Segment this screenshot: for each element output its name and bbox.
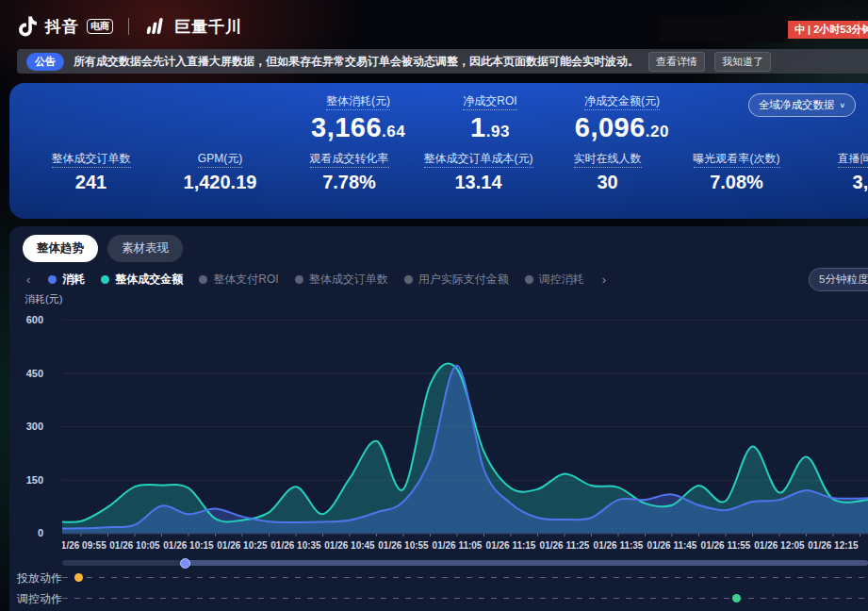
metric-order-count: 整体成交订单数 241 [26, 151, 156, 193]
granularity-dropdown[interactable]: 5分钟粒度 [809, 268, 868, 291]
metric-value: 3,166 [311, 112, 382, 142]
svg-text:01/26 10:55: 01/26 10:55 [378, 540, 429, 551]
metric-net-gmv: 净成交金额(元) 6,096.20 [575, 93, 669, 143]
svg-text:01/26 12:05: 01/26 12:05 [754, 540, 805, 551]
y-tick: 150 [13, 474, 43, 486]
delivery-action-marker[interactable] [74, 573, 83, 582]
metric-value: 1 [470, 112, 486, 142]
tab-overall-trend[interactable]: 整体趋势 [23, 235, 98, 262]
regulate-actions-label: 调控动作 [17, 591, 62, 607]
y-tick: 450 [13, 368, 43, 379]
scrollbar-window [185, 560, 868, 566]
svg-text:01/26 12:15: 01/26 12:15 [808, 540, 859, 551]
notice-tag: 公告 [26, 53, 64, 71]
ecommerce-badge: 电商 [87, 19, 113, 34]
y-axis-title: 消耗(元) [25, 292, 62, 306]
metric-view-conversion: 观看成交转化率 7.78% [285, 151, 414, 193]
metric-label: 净成交金额(元) [584, 94, 660, 110]
legend-prev-icon[interactable]: ‹ [25, 272, 32, 287]
metric-value: 6,096 [575, 112, 646, 142]
svg-text:01/26 11:45: 01/26 11:45 [647, 540, 697, 551]
svg-text:01/26 10:25: 01/26 10:25 [217, 540, 268, 551]
delivery-actions-label: 投放动作 [17, 570, 62, 586]
chevron-down-icon: ∨ [839, 102, 845, 109]
notice-text: 所有成交数据会先计入直播大屏数据，但如果存在异常交易订单会被动态调整，因此本页面… [74, 54, 639, 70]
view-details-button[interactable]: 查看详情 [648, 52, 705, 72]
slider-handle[interactable] [180, 558, 190, 569]
legend-item-gmv[interactable]: 整体成交金额 [101, 272, 183, 288]
legend-item-regulate-cost[interactable]: 调控消耗 [525, 272, 584, 288]
metric-net-roi: 净成交ROI 1.93 [463, 93, 516, 143]
notice-bar: 公告 所有成交数据会先计入直播大屏数据，但如果存在异常交易订单会被动态调整，因此… [17, 49, 868, 74]
top-header: 抖音 电商 巨量千川 中 | 2小时53分钟 [0, 0, 868, 47]
header-divider [859, 22, 860, 38]
metric-label: 整体消耗(元) [326, 94, 390, 110]
legend-item-order-count[interactable]: 整体成交订单数 [295, 272, 388, 288]
data-scope-dropdown[interactable]: 全域净成交数据 ∨ [748, 93, 856, 117]
legend-row: ‹ 消耗 整体成交金额 整体支付ROI 整体成交订单数 用户实际支付金额 调控消… [25, 272, 608, 288]
svg-text:01/26 11:05: 01/26 11:05 [433, 540, 483, 551]
regulate-action-marker[interactable] [732, 594, 741, 603]
redacted-area [660, 16, 788, 42]
y-tick: 0 [13, 527, 43, 538]
overview-panel: 全域净成交数据 ∨ 整体消耗(元) 3,166.64 净成交ROI 1.93 净… [9, 83, 868, 219]
legend-item-user-paid[interactable]: 用户实际支付金额 [404, 272, 509, 288]
delivery-actions-track [62, 577, 868, 578]
legend-dot [404, 275, 413, 284]
svg-text:01/26 11:15: 01/26 11:15 [486, 540, 536, 551]
svg-text:01/26 11:35: 01/26 11:35 [594, 540, 644, 551]
legend-dot [48, 275, 57, 284]
legend-dot [295, 275, 303, 284]
brand-area: 抖音 电商 巨量千川 [17, 15, 242, 38]
trend-chart[interactable]: 01/26 09:5501/26 10:0501/26 10:1501/26 1… [62, 315, 868, 553]
legend-item-cost[interactable]: 消耗 [48, 272, 85, 288]
regulate-actions-track [62, 598, 868, 599]
metric-exposure-view-rate: 曝光观看率(次数) 7.08% [672, 151, 801, 193]
tabs: 整体趋势 素材表现 [23, 235, 183, 262]
live-duration-badge: 中 | 2小时53分钟 [788, 21, 868, 39]
metric-liveroom-overall: 直播间整体 3,0 [801, 151, 868, 193]
svg-text:01/26 09:55: 01/26 09:55 [62, 540, 106, 551]
qianchuan-icon [144, 17, 167, 36]
svg-text:01/26 11:55: 01/26 11:55 [701, 540, 751, 551]
data-scope-label: 全域净成交数据 [759, 98, 835, 112]
svg-text:01/26 10:45: 01/26 10:45 [324, 540, 375, 551]
chart-range-scrollbar[interactable] [62, 560, 868, 566]
svg-text:01/26 11:25: 01/26 11:25 [540, 540, 590, 551]
primary-metrics-row: 整体消耗(元) 3,166.64 净成交ROI 1.93 净成交金额(元) 6,… [311, 93, 669, 143]
y-tick: 300 [13, 421, 43, 432]
got-it-button[interactable]: 我知道了 [714, 52, 771, 72]
metric-gpm: GPM(元) 1,420.19 [156, 151, 285, 193]
brand-douyin-label: 抖音 [45, 16, 79, 38]
legend-dot [199, 275, 207, 284]
brand-divider [128, 18, 129, 35]
legend-item-pay-roi[interactable]: 整体支付ROI [199, 272, 278, 288]
tab-material-performance[interactable]: 素材表现 [107, 235, 183, 262]
brand-qianchuan-label: 巨量千川 [174, 16, 242, 38]
legend-dot [101, 275, 109, 284]
metric-online-users: 实时在线人数 30 [543, 151, 672, 193]
legend-dot [525, 275, 533, 284]
y-tick: 600 [13, 314, 43, 325]
metric-label: 净成交ROI [463, 94, 516, 110]
legend-next-icon[interactable]: › [600, 272, 608, 287]
metric-total-cost: 整体消耗(元) 3,166.64 [311, 93, 405, 143]
svg-text:01/26 10:05: 01/26 10:05 [109, 540, 160, 551]
metric-order-cost: 整体成交订单成本(元) 13.14 [414, 151, 543, 193]
secondary-metrics-row: 整体成交订单数 241 GPM(元) 1,420.19 观看成交转化率 7.78… [26, 151, 868, 193]
svg-text:01/26 10:35: 01/26 10:35 [270, 540, 321, 551]
douyin-note-icon [17, 15, 38, 38]
svg-text:01/26 10:15: 01/26 10:15 [163, 540, 214, 551]
